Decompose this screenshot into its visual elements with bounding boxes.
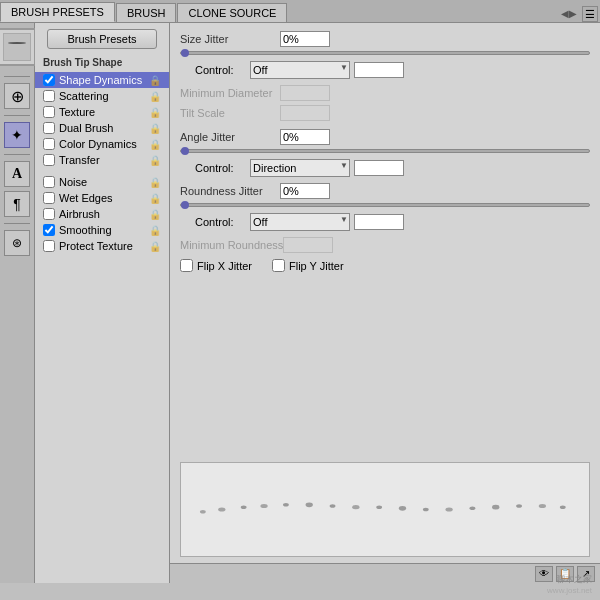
flip-row: Flip X Jitter Flip Y Jitter xyxy=(180,259,590,272)
airbrush-checkbox[interactable] xyxy=(43,208,55,220)
panel-menu-button[interactable]: ☰ xyxy=(582,6,598,22)
brush-item-smoothing[interactable]: Smoothing 🔒 xyxy=(35,222,169,238)
flip-x-label: Flip X Jitter xyxy=(197,260,252,272)
control2-row: Control: Off Fade Pen Pressure Pen Tilt … xyxy=(180,159,590,177)
color-dynamics-label: Color Dynamics xyxy=(59,138,137,150)
noise-label: Noise xyxy=(59,176,87,188)
brush-item-dual-brush[interactable]: Dual Brush 🔒 xyxy=(35,120,169,136)
lock-icon-protect: 🔒 xyxy=(149,241,161,252)
roundness-jitter-input[interactable] xyxy=(280,183,330,199)
dual-brush-checkbox[interactable] xyxy=(43,122,55,134)
min-roundness-row: Minimum Roundness xyxy=(180,237,590,253)
protect-texture-checkbox[interactable] xyxy=(43,240,55,252)
size-jitter-slider-container xyxy=(180,51,590,55)
protect-texture-label: Protect Texture xyxy=(59,240,133,252)
angle-jitter-slider-thumb[interactable] xyxy=(181,147,189,155)
brush-item-shape-dynamics[interactable]: Shape Dynamics 🔒 xyxy=(35,72,169,88)
angle-jitter-input[interactable] xyxy=(280,129,330,145)
size-jitter-slider-track[interactable] xyxy=(180,51,590,55)
roundness-jitter-slider-track[interactable] xyxy=(180,203,590,207)
divider xyxy=(4,76,30,77)
shape-dynamics-label: Shape Dynamics xyxy=(59,74,142,86)
size-jitter-row: Size Jitter xyxy=(180,31,590,47)
control2-select[interactable]: Off Fade Pen Pressure Pen Tilt Stylus Wh… xyxy=(250,159,350,177)
tab-brush[interactable]: BRUSH xyxy=(116,3,177,22)
transfer-checkbox[interactable] xyxy=(43,154,55,166)
control3-value-input[interactable] xyxy=(354,214,404,230)
min-roundness-input[interactable] xyxy=(283,237,333,253)
svg-point-6 xyxy=(330,504,336,507)
min-roundness-label: Minimum Roundness xyxy=(180,239,283,251)
svg-point-0 xyxy=(200,510,206,513)
flip-x-checkbox[interactable] xyxy=(180,259,193,272)
tab-brush-presets[interactable]: BRUSH PRESETS xyxy=(0,2,115,22)
brush-item-transfer[interactable]: Transfer 🔒 xyxy=(35,152,169,168)
svg-point-1 xyxy=(218,507,225,511)
lock-icon-wet: 🔒 xyxy=(149,193,161,204)
text-tool[interactable]: A xyxy=(4,161,30,187)
brush-item-wet-edges[interactable]: Wet Edges 🔒 xyxy=(35,190,169,206)
brush-item-noise[interactable]: Noise 🔒 xyxy=(35,174,169,190)
scattering-checkbox[interactable] xyxy=(43,90,55,102)
control3-select[interactable]: Off Fade Pen Pressure xyxy=(250,213,350,231)
control2-label: Control: xyxy=(195,162,250,174)
brush-item-airbrush[interactable]: Airbrush 🔒 xyxy=(35,206,169,222)
wet-edges-checkbox[interactable] xyxy=(43,192,55,204)
size-jitter-input[interactable] xyxy=(280,31,330,47)
brush-stroke-preview xyxy=(181,463,589,556)
tilt-scale-input[interactable] xyxy=(280,105,330,121)
svg-point-3 xyxy=(260,504,267,508)
left-toolbar: ⊕ ✦ A ¶ ⊛ xyxy=(0,23,35,583)
tilt-scale-row: Tilt Scale xyxy=(180,105,590,121)
color-dynamics-checkbox[interactable] xyxy=(43,138,55,150)
paragraph-tool[interactable]: ¶ xyxy=(4,191,30,217)
brush-item-color-dynamics[interactable]: Color Dynamics 🔒 xyxy=(35,136,169,152)
texture-checkbox[interactable] xyxy=(43,106,55,118)
noise-checkbox[interactable] xyxy=(43,176,55,188)
svg-point-2 xyxy=(241,505,247,508)
size-jitter-slider-thumb[interactable] xyxy=(181,49,189,57)
svg-point-9 xyxy=(399,506,406,511)
roundness-jitter-label: Roundness Jitter xyxy=(180,185,280,197)
min-diameter-input[interactable] xyxy=(280,85,330,101)
brush-preview-area xyxy=(180,462,590,557)
brush-tool-1[interactable]: ⊕ xyxy=(4,83,30,109)
brush-item-protect-texture[interactable]: Protect Texture 🔒 xyxy=(35,238,169,254)
airbrush-label: Airbrush xyxy=(59,208,100,220)
lock-icon-texture: 🔒 xyxy=(149,107,161,118)
brush-presets-button[interactable]: Brush Presets xyxy=(47,29,157,49)
smoothing-checkbox[interactable] xyxy=(43,224,55,236)
lock-icon-color: 🔒 xyxy=(149,139,161,150)
roundness-jitter-slider-thumb[interactable] xyxy=(181,201,189,209)
control3-label: Control: xyxy=(195,216,250,228)
brush-tool-2[interactable]: ✦ xyxy=(4,122,30,148)
shape-dynamics-checkbox[interactable] xyxy=(43,74,55,86)
lock-icon-shape: 🔒 xyxy=(149,75,161,86)
brush-item-scattering[interactable]: Scattering 🔒 xyxy=(35,88,169,104)
lock-icon-dual: 🔒 xyxy=(149,123,161,134)
bottom-bar: 👁 📋 ↗ xyxy=(170,563,600,583)
svg-point-15 xyxy=(539,504,546,508)
min-diameter-row: Minimum Diameter xyxy=(180,85,590,101)
svg-point-10 xyxy=(423,508,429,511)
misc-tool[interactable]: ⊛ xyxy=(4,230,30,256)
control1-value-input[interactable] xyxy=(354,62,404,78)
flip-y-checkbox[interactable] xyxy=(272,259,285,272)
control1-select[interactable]: Off Fade Pen Pressure Pen Tilt xyxy=(250,61,350,79)
brush-item-texture[interactable]: Texture 🔒 xyxy=(35,104,169,120)
control2-value-input[interactable] xyxy=(354,160,404,176)
angle-jitter-slider-track[interactable] xyxy=(180,149,590,153)
svg-point-13 xyxy=(492,505,499,510)
control3-row: Control: Off Fade Pen Pressure xyxy=(180,213,590,231)
control1-select-wrapper: Off Fade Pen Pressure Pen Tilt xyxy=(250,61,350,79)
divider xyxy=(4,115,30,116)
tilt-scale-label: Tilt Scale xyxy=(180,107,280,119)
svg-point-16 xyxy=(560,505,566,508)
divider xyxy=(4,154,30,155)
min-diameter-label: Minimum Diameter xyxy=(180,87,280,99)
angle-jitter-row: Angle Jitter xyxy=(180,129,590,145)
smoothing-label: Smoothing xyxy=(59,224,112,236)
tab-clone-source[interactable]: CLONE SOURCE xyxy=(177,3,287,22)
flip-y-label: Flip Y Jitter xyxy=(289,260,344,272)
tab-overflow-arrows[interactable]: ◀▶ xyxy=(556,5,582,22)
